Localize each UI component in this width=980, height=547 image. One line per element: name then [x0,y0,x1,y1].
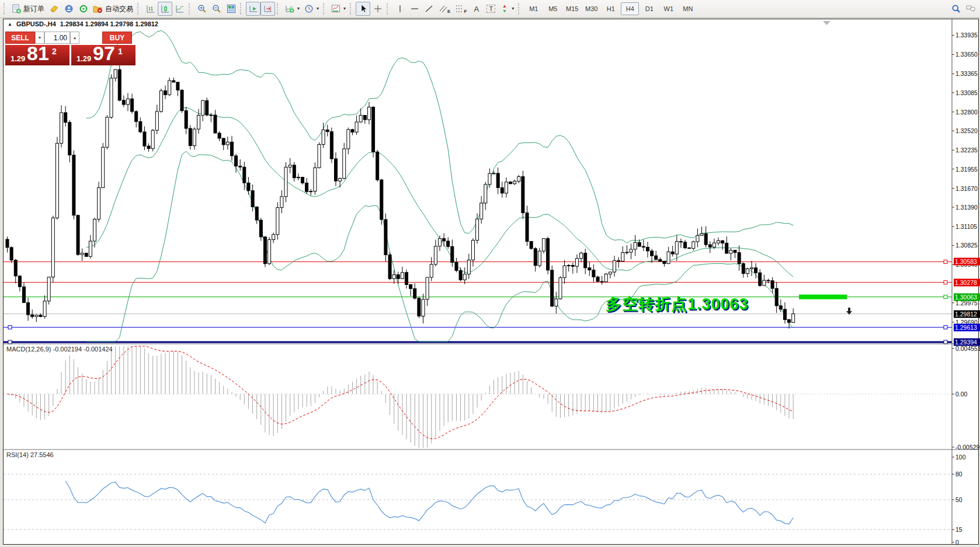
timeframe-MN[interactable]: MN [679,2,697,15]
navigator-button[interactable] [61,2,76,16]
price-axis-tag: 1.30063 [954,293,980,301]
line-chart-button[interactable] [172,2,187,16]
fibonacci-subscript: F [464,9,467,15]
sell-price-prefix: 1.29 [11,54,25,63]
cursor-icon [359,4,368,13]
chart-header: ▲ GBPUSD-,H4 1.29834 1.29894 1.29798 1.2… [8,20,158,27]
chat-button[interactable] [963,2,978,16]
metaeditor-icon [50,4,59,13]
candlestick-chart-button[interactable] [158,2,172,16]
sell-price-display[interactable]: 1.29 81 2 [5,45,69,65]
price-axis-tag: 1.30278 [954,278,980,286]
volume-input[interactable] [44,32,70,44]
metaeditor-button[interactable] [47,2,61,16]
horizontal-line-tool-button[interactable] [407,2,422,16]
label-tool-icon: T [486,5,495,13]
one-click-trading-panel: SELL ▾ ▴ BUY 1.29 81 2 1.29 97 1 [5,32,137,65]
chart-canvas[interactable] [4,19,978,544]
toolbar-grip [137,3,141,15]
clock-icon [304,4,314,13]
zoom-out-icon [212,4,221,13]
autotrading-icon [93,4,103,13]
search-icon [951,4,961,13]
price-axis-tick: 1.33365 [955,70,980,77]
buy-price-main: 97 [93,45,115,65]
chart-text-annotation[interactable]: 多空转折点1.30063 [606,294,749,315]
buy-button[interactable]: BUY [102,32,132,44]
arrows-icon [501,4,509,13]
toolbar-grip [387,3,390,15]
zoom-in-button[interactable] [194,2,209,16]
main-toolbar: 新订单 自动交易 ▾ ▾ [0,0,980,18]
timeframe-M30[interactable]: M30 [582,2,600,15]
timeframe-D1[interactable]: D1 [640,2,658,15]
templates-button[interactable]: ▾ [329,2,348,16]
macd-indicator-label: MACD(12,26,9) -0.002194 -0.001424 [6,346,113,353]
price-axis-tick: 15 [955,526,980,533]
auto-scroll-button[interactable] [246,2,260,16]
crosshair-icon [373,4,383,13]
timeframe-H1[interactable]: H1 [602,2,620,15]
buy-price-pip: 1 [118,47,123,56]
price-axis-tick: 1.33935 [955,32,980,39]
timeframe-M1[interactable]: M1 [524,2,543,15]
price-axis-tick: -0.005295 [955,444,980,451]
navigator-icon [64,4,74,13]
price-axis-tick: 80 [955,471,980,478]
indicators-icon [285,4,294,13]
tile-windows-button[interactable] [224,2,238,16]
chart-shift-icon [263,4,273,13]
label-tool-button[interactable]: T [484,2,498,16]
cursor-tool-button[interactable] [356,2,370,16]
timeframe-W1[interactable]: W1 [659,2,677,15]
price-axis-tag: 1.29613 [954,323,980,331]
price-axis-tick: 1.32800 [955,109,980,116]
autotrading-button[interactable]: 自动交易 [91,2,135,16]
vertical-line-tool-button[interactable] [392,2,407,16]
candlestick-chart-icon [161,4,170,13]
toolbar-grip [518,3,522,15]
dropdown-caret-icon: ▾ [512,6,514,11]
text-tool-button[interactable]: A [469,2,484,16]
crosshair-tool-button[interactable] [370,2,385,16]
volume-increase-button[interactable]: ▴ [70,32,79,44]
timeframe-M5[interactable]: M5 [544,2,562,15]
chat-icon [965,4,976,13]
search-button[interactable] [948,2,963,16]
channel-subscript: E [447,9,450,15]
toolbar-grip [240,3,244,15]
fibonacci-tool-button[interactable]: F [453,2,469,16]
collapse-chart-icon[interactable]: ▲ [8,22,12,27]
new-order-button[interactable]: 新订单 [9,2,47,16]
new-order-label: 新订单 [23,4,44,14]
trendline-tool-button[interactable] [422,2,436,16]
timeframe-H4[interactable]: H4 [621,2,639,15]
toolbar-grip [277,3,280,15]
price-axis-tag: 1.30583 [954,258,980,266]
vertical-line-icon [395,4,405,13]
indicators-button[interactable]: ▾ [283,2,302,16]
signals-button[interactable] [76,2,91,16]
bar-chart-button[interactable] [143,2,158,16]
buy-price-display[interactable]: 1.29 97 1 [71,45,135,65]
price-axis-tick: 1.31105 [955,223,980,230]
templates-icon [331,4,340,13]
sell-button[interactable]: SELL [5,32,35,44]
volume-decrease-button[interactable]: ▾ [35,32,44,44]
price-axis-tick: 100 [955,454,980,461]
equidistant-channel-icon [439,4,448,13]
price-axis-tick: 0.004551 [955,345,980,352]
price-axis-tick: 1.30825 [955,242,980,249]
price-axis-tick: 1.32235 [955,147,980,154]
zoom-out-button[interactable] [209,2,224,16]
channel-tool-button[interactable]: E [436,2,453,16]
bar-chart-icon [146,4,155,13]
trendline-icon [425,4,434,13]
arrows-tool-button[interactable]: ▾ [498,2,516,16]
chart-shift-button[interactable] [260,2,275,16]
text-tool-icon: A [474,5,479,13]
price-axis-tick: 1.31390 [955,204,980,211]
chart-window: ▲ GBPUSD-,H4 1.29834 1.29894 1.29798 1.2… [3,19,979,545]
periods-button[interactable]: ▾ [302,2,321,16]
timeframe-M15[interactable]: M15 [563,2,581,15]
